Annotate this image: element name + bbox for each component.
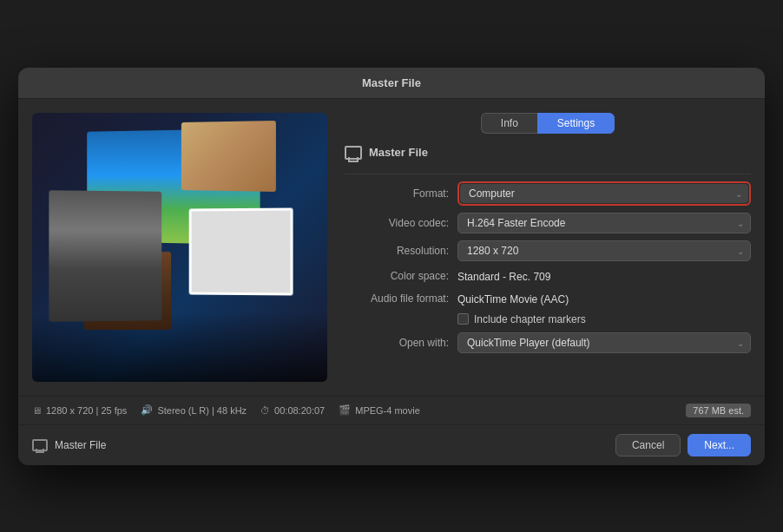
footer-left: Master File: [32, 439, 106, 451]
status-resolution-text: 1280 x 720 | 25 fps: [46, 405, 127, 416]
audio-format-control: QuickTime Movie (AAC): [457, 291, 751, 306]
footer-bar: Master File Cancel Next...: [18, 424, 765, 465]
preview-reflection: [32, 312, 327, 382]
footer-label: Master File: [55, 439, 106, 451]
color-space-label: Color space:: [345, 270, 449, 282]
status-format: 🎬 MPEG-4 movie: [339, 404, 420, 416]
open-with-control: QuickTime Player (default) None ⌄: [457, 332, 751, 353]
film-icon: 🎬: [339, 404, 351, 416]
preview-cork: [181, 120, 276, 191]
size-estimate-text: 767 MB est.: [693, 405, 744, 416]
audio-format-value: QuickTime Movie (AAC): [457, 293, 569, 305]
preview-person: [49, 190, 161, 322]
resolution-row: Resolution: 1280 x 720 1920 x 1080 720 x…: [345, 240, 751, 261]
audio-format-row: Audio file format: QuickTime Movie (AAC): [345, 291, 751, 306]
section-title: Master File: [369, 146, 428, 159]
dialog: Master File Info Settings: [18, 68, 765, 465]
open-with-label: Open with:: [345, 337, 449, 349]
size-estimate-badge: 767 MB est.: [686, 404, 751, 417]
resolution-select-wrapper: 1280 x 720 1920 x 1080 720 x 480 Custom …: [457, 240, 751, 261]
video-codec-row: Video codec: H.264 Faster Encode H.264 B…: [345, 213, 751, 233]
status-duration: ⏱ 00:08:20:07: [260, 405, 325, 416]
clock-icon: ⏱: [260, 405, 270, 416]
chapter-markers-wrapper[interactable]: Include chapter markers: [457, 313, 586, 325]
color-space-row: Color space: Standard - Rec. 709: [345, 268, 751, 284]
resolution-control: 1280 x 720 1920 x 1080 720 x 480 Custom …: [457, 240, 751, 261]
tab-settings[interactable]: Settings: [537, 113, 615, 134]
footer-monitor-icon: [32, 439, 48, 451]
status-audio: 🔊 Stereo (L R) | 48 kHz: [141, 404, 247, 416]
tab-row: Info Settings: [345, 113, 751, 134]
tab-info[interactable]: Info: [481, 113, 537, 134]
video-codec-select-wrapper: H.264 Faster Encode H.264 Better Quality…: [457, 213, 751, 233]
settings-panel: Info Settings Master File Format: Comput…: [345, 113, 751, 382]
open-with-row: Open with: QuickTime Player (default) No…: [345, 332, 751, 353]
preview-collage: [32, 113, 327, 382]
next-button[interactable]: Next...: [688, 434, 751, 456]
open-with-select[interactable]: QuickTime Player (default) None: [457, 332, 751, 353]
chapter-markers-row: Include chapter markers: [345, 313, 751, 325]
format-select[interactable]: Computer Apple Devices 720p Apple Device…: [460, 184, 748, 203]
audio-format-label: Audio file format:: [345, 292, 449, 305]
video-codec-label: Video codec:: [345, 217, 449, 229]
content-area: Info Settings Master File Format: Comput…: [18, 99, 765, 396]
cancel-button[interactable]: Cancel: [615, 434, 681, 456]
chapter-markers-label: Include chapter markers: [474, 313, 586, 325]
divider: [345, 174, 751, 174]
format-select-wrapper: Computer Apple Devices 720p Apple Device…: [457, 181, 751, 206]
monitor-icon: [345, 146, 362, 160]
footer-right: Cancel Next...: [615, 434, 751, 456]
status-duration-text: 00:08:20:07: [274, 405, 325, 416]
video-codec-control: H.264 Faster Encode H.264 Better Quality…: [457, 213, 751, 233]
format-label: Format:: [345, 187, 449, 200]
preview-panel: [32, 113, 327, 382]
speaker-icon: 🔊: [141, 404, 153, 416]
status-audio-text: Stereo (L R) | 48 kHz: [157, 405, 247, 416]
video-preview: [32, 113, 327, 382]
section-header: Master File: [345, 146, 751, 160]
color-space-control: Standard - Rec. 709: [457, 268, 751, 284]
preview-white-frame: [189, 207, 293, 295]
format-control: Computer Apple Devices 720p Apple Device…: [457, 181, 751, 206]
chapter-markers-checkbox[interactable]: [457, 313, 469, 325]
dialog-title: Master File: [362, 76, 421, 89]
status-bar: 🖥 1280 x 720 | 25 fps 🔊 Stereo (L R) | 4…: [18, 396, 765, 424]
status-resolution: 🖥 1280 x 720 | 25 fps: [32, 405, 127, 416]
resolution-label: Resolution:: [345, 245, 449, 257]
video-codec-select[interactable]: H.264 Faster Encode H.264 Better Quality…: [457, 213, 751, 233]
status-format-text: MPEG-4 movie: [355, 405, 420, 416]
open-with-select-wrapper: QuickTime Player (default) None ⌄: [457, 332, 751, 353]
resolution-select[interactable]: 1280 x 720 1920 x 1080 720 x 480 Custom: [457, 240, 751, 261]
display-icon: 🖥: [32, 405, 42, 416]
color-space-value: Standard - Rec. 709: [457, 271, 550, 283]
format-row: Format: Computer Apple Devices 720p Appl…: [345, 181, 751, 206]
title-bar: Master File: [18, 68, 765, 99]
